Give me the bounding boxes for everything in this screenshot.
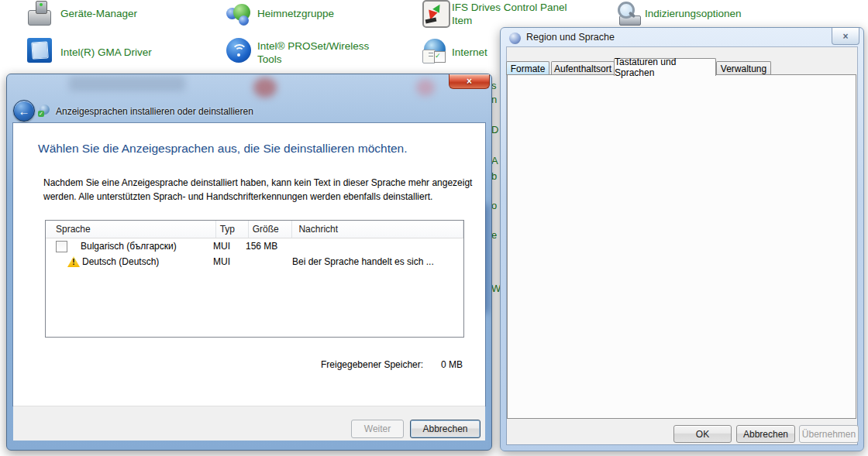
glass-blur-blob [69,76,185,91]
glass-blur-blob [253,77,277,98]
indexing-options-icon[interactable] [615,2,641,26]
cp-item-indizierungsoptionen[interactable]: Indizierungsoptionen [645,7,742,20]
column-header-nachricht[interactable]: Nachricht [292,221,463,238]
bg-text-fragment: D [491,124,500,135]
intel-proset-icon[interactable] [226,38,251,63]
language-size: 156 MB [242,238,286,254]
homegroup-icon[interactable] [226,2,253,26]
language-name: Deutsch (Deutsch) [82,256,159,267]
language-typ: MUI [209,254,242,269]
tab-page [507,74,856,419]
cp-item-intel-proset[interactable]: Intel® PROSet/Wireless Tools [257,39,389,66]
display-language-icon: ✓ [38,105,50,117]
column-header-typ[interactable]: Typ [216,221,249,238]
freed-space-label: Freigegebener Speicher: [321,359,423,370]
close-icon: × [467,76,472,87]
column-header-groesse[interactable]: Größe [249,221,293,238]
weiter-button[interactable]: Weiter [351,420,404,438]
ok-button[interactable]: OK [673,425,732,443]
abbrechen-button[interactable]: Abbrechen [736,425,795,443]
close-icon: × [842,31,848,42]
language-checkbox[interactable] [56,241,67,252]
bg-text-fragment: W [491,283,500,294]
region-und-sprache-dialog: Region und Sprache × Formate Aufenthalts… [500,27,864,451]
internet-options-icon[interactable]: ✓ [422,39,447,63]
device-manager-icon[interactable] [27,1,52,26]
table-row-bulgarisch[interactable]: Bulgarisch (български) MUI 156 MB [46,238,463,254]
bg-text-fragment: e [491,229,500,241]
freed-space-value: 0 MB [441,359,463,370]
tab-formate[interactable]: Formate [506,61,549,75]
languages-table: Sprache Typ Größe Nachricht Bulgarisch (… [45,220,464,338]
table-header: Sprache Typ Größe Nachricht [46,221,463,238]
bg-text-fragment: A [491,155,500,166]
cp-item-geraete-manager[interactable]: Geräte-Manager [60,7,137,20]
column-header-sprache[interactable]: Sprache [46,221,216,238]
glass-blur-blob [416,79,435,96]
bg-text-fragment: n [491,94,500,105]
cp-item-ifs-drives[interactable]: IFS Drives Control Panel Item [452,1,576,27]
tab-tastaturen-und-sprachen[interactable]: Tastaturen und Sprachen [614,58,716,76]
ifs-drives-icon[interactable] [422,0,450,28]
close-button[interactable]: × [449,74,490,89]
language-size [242,254,286,269]
table-row-deutsch[interactable]: ! Deutsch (Deutsch) MUI Bei der Sprache … [46,254,463,269]
cp-item-intel-gma[interactable]: Intel(R) GMA Driver [60,46,152,59]
page-title: Wählen Sie die Anzeigesprachen aus, die … [38,142,408,156]
cp-item-internet[interactable]: Internet [452,46,491,59]
warning-icon: ! [67,256,80,267]
language-typ: MUI [209,238,242,254]
bg-text-fragment: s [491,80,500,91]
tab-aufenthaltsort[interactable]: Aufenthaltsort [551,61,615,75]
intel-gma-icon[interactable] [27,38,52,63]
dialog-address-title: Anzeigesprachen installieren oder deinst… [56,106,253,117]
back-arrow-icon: ← [19,105,30,118]
language-name: Bulgarisch (български) [81,241,177,252]
close-button[interactable]: × [832,28,859,45]
uebernehmen-button[interactable]: Übernehmen [799,425,859,443]
bg-text-fragment: b [491,170,500,182]
back-button[interactable]: ← [13,100,35,122]
description-text: Nachdem Sie eine Anzeigesprache deinstal… [43,176,473,204]
language-message [286,238,460,254]
window-title: Region und Sprache [526,32,615,43]
bg-text-fragment: o [491,200,500,211]
tab-verwaltung[interactable]: Verwaltung [716,61,771,75]
abbrechen-button[interactable]: Abbrechen [410,420,480,438]
cp-item-heimnetzgruppe[interactable]: Heimnetzgruppe [257,7,334,20]
display-languages-dialog: × ← ✓ Anzeigesprachen installieren oder … [6,74,492,451]
region-clock-icon [509,33,521,44]
language-message: Bei der Sprache handelt es sich ... [286,254,460,269]
